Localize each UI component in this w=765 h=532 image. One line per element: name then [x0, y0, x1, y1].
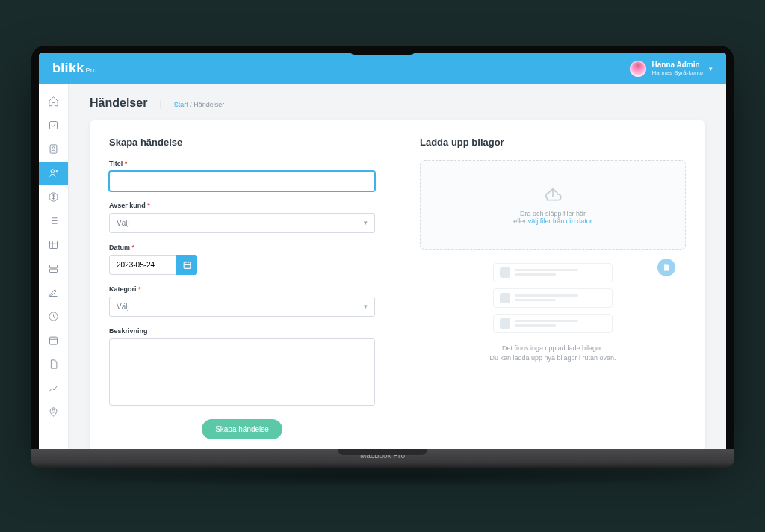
- laptop-notch: [349, 46, 416, 55]
- user-account: Hannas Byrå-konto: [652, 69, 703, 77]
- placeholder-file-row: [493, 288, 613, 308]
- file-icon: [500, 293, 510, 303]
- sidebar-item-location[interactable]: [39, 401, 68, 424]
- submit-button[interactable]: Skapa händelse: [202, 419, 282, 439]
- sidebar-item-list[interactable]: [39, 210, 68, 232]
- upload-icon: [543, 185, 563, 204]
- calendar-picker-button[interactable]: [176, 255, 197, 275]
- form-title: Skapa händelse: [109, 137, 375, 148]
- user-name: Hanna Admin: [652, 61, 703, 69]
- sidebar: [39, 84, 69, 449]
- page-header: Händelser | Start / Händelser: [90, 96, 705, 110]
- svg-rect-7: [50, 269, 58, 272]
- breadcrumb-current: Händelser: [193, 101, 224, 108]
- dropzone-line1: Dra och släpp filer här: [520, 210, 586, 217]
- dropzone-line2: eller välj filer från din dator: [513, 217, 592, 225]
- datum-input[interactable]: [109, 255, 176, 275]
- sidebar-item-reports[interactable]: [39, 377, 68, 400]
- field-kategori: Kategori * Välj: [109, 285, 375, 317]
- sidebar-item-calendar[interactable]: [39, 330, 68, 352]
- sidebar-item-users-active[interactable]: [39, 162, 68, 185]
- kund-select[interactable]: Välj: [109, 213, 375, 233]
- kategori-select[interactable]: Välj: [109, 297, 375, 317]
- sidebar-item-contacts[interactable]: [39, 138, 68, 161]
- field-kund: Avser kund * Välj: [109, 202, 375, 233]
- label-datum: Datum *: [109, 244, 375, 251]
- sidebar-item-server[interactable]: [39, 258, 68, 280]
- sidebar-item-document[interactable]: [39, 353, 68, 376]
- sidebar-item-tasks[interactable]: [39, 114, 68, 137]
- sidebar-item-home[interactable]: [39, 90, 68, 113]
- breadcrumb: Start / Händelser: [174, 101, 225, 108]
- file-icon: [500, 267, 510, 278]
- laptop-base: MacBook Pro: [31, 449, 734, 468]
- file-icon: [500, 318, 510, 329]
- user-text: Hanna Admin Hannas Byrå-konto: [652, 61, 703, 77]
- app-screen: blikk Pro Hanna Admin Hannas Byrå-konto …: [39, 53, 726, 449]
- form-column: Skapa händelse Titel * Avser ku: [109, 137, 375, 439]
- field-titel: Titel *: [109, 160, 375, 191]
- upload-title: Ladda upp bilagor: [420, 137, 686, 148]
- label-kategori: Kategori *: [109, 285, 375, 293]
- main-content: Händelser | Start / Händelser Skapa händ…: [69, 84, 726, 449]
- screen-bezel: blikk Pro Hanna Admin Hannas Byrå-konto …: [31, 46, 734, 449]
- svg-rect-11: [184, 262, 191, 268]
- svg-rect-5: [50, 241, 58, 249]
- breadcrumb-start[interactable]: Start: [174, 101, 188, 108]
- device-label: MacBook Pro: [360, 451, 405, 460]
- form-card: Skapa händelse Titel * Avser ku: [90, 120, 705, 449]
- svg-rect-9: [50, 337, 58, 344]
- breadcrumb-sep: /: [190, 101, 192, 108]
- placeholder-file-row: [493, 263, 613, 282]
- beskrivning-textarea[interactable]: [109, 338, 375, 406]
- chevron-down-icon: ▾: [709, 65, 713, 72]
- file-badge-icon: [657, 259, 675, 276]
- sidebar-item-table[interactable]: [39, 234, 68, 256]
- label-kund: Avser kund *: [109, 202, 375, 209]
- placeholder-file-row: [493, 314, 613, 333]
- field-beskrivning: Beskrivning: [109, 327, 375, 409]
- brand-suffix: Pro: [86, 66, 97, 74]
- dropzone-link[interactable]: välj filer från din dator: [528, 217, 592, 225]
- breadcrumb-divider: |: [159, 98, 161, 109]
- file-dropzone[interactable]: Dra och släpp filer här eller välj filer…: [420, 160, 686, 250]
- label-titel: Titel *: [109, 160, 375, 167]
- svg-point-3: [51, 170, 54, 173]
- sidebar-item-sign[interactable]: [39, 282, 68, 304]
- svg-point-2: [52, 147, 55, 149]
- field-datum: Datum *: [109, 244, 375, 275]
- label-beskrivning: Beskrivning: [109, 327, 375, 335]
- page-title: Händelser: [90, 96, 147, 110]
- user-menu[interactable]: Hanna Admin Hannas Byrå-konto ▾: [630, 61, 713, 77]
- laptop-mockup: blikk Pro Hanna Admin Hannas Byrå-konto …: [31, 46, 734, 487]
- top-bar: blikk Pro Hanna Admin Hannas Byrå-konto …: [39, 53, 726, 84]
- svg-rect-0: [50, 122, 58, 129]
- titel-input[interactable]: [109, 171, 375, 191]
- placeholder-file-list: [420, 263, 686, 333]
- svg-point-10: [52, 409, 55, 412]
- svg-rect-6: [50, 265, 58, 268]
- brand-logo[interactable]: blikk Pro: [52, 61, 96, 76]
- brand-name: blikk: [52, 61, 84, 76]
- avatar: [630, 61, 646, 77]
- empty-upload-message: Det finns inga uppladdade bilagor. Du ka…: [420, 344, 686, 364]
- sidebar-item-billing[interactable]: [39, 186, 68, 208]
- upload-column: Ladda upp bilagor Dra och släpp filer hä…: [420, 137, 686, 439]
- sidebar-item-time[interactable]: [39, 306, 68, 328]
